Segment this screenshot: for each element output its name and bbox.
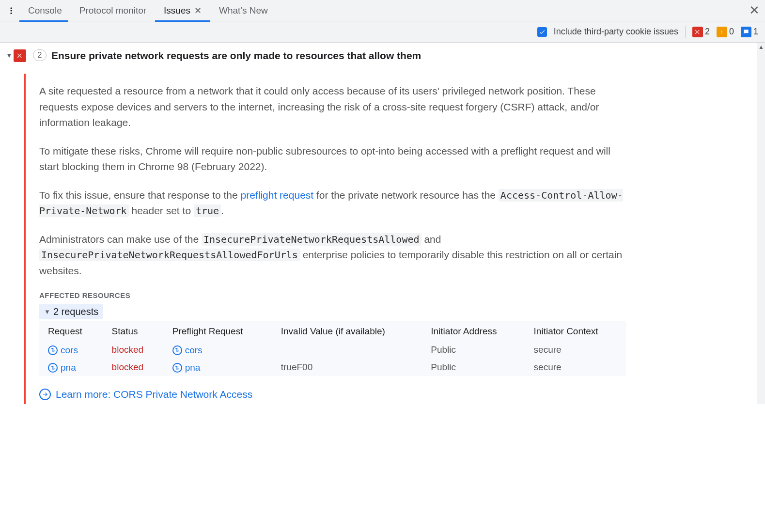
error-count[interactable]: 2 [692,27,710,37]
warning-count-value: 0 [729,27,734,37]
table-row: ⇅cors blocked ⇅cors Public secure [39,341,626,359]
text: and [424,234,441,245]
col-initiator-addr: Initiator Address [422,321,525,341]
issue-body: A site requested a resource from a netwo… [24,74,635,404]
external-link-icon [39,389,51,400]
initiator-address: Public [422,341,525,359]
tab-label: Protocol monitor [79,5,146,16]
tab-console[interactable]: Console [19,0,71,21]
issue-paragraph: Administrators can make use of the Insec… [39,232,626,279]
requests-toggle[interactable]: ▼ 2 requests [39,304,103,319]
warning-icon [717,27,727,37]
severity-icon [14,49,26,62]
more-tabs-button[interactable] [3,0,19,21]
tab-label: Console [28,5,62,16]
issues-toolbar: Include third-party cookie issues 2 0 1 [0,21,765,43]
request-link[interactable]: ⇅pna [48,362,76,373]
check-icon [539,29,546,35]
table-header-row: Request Status Preflight Request Invalid… [39,321,626,341]
collapse-toggle[interactable]: ▼ [5,49,14,62]
preflight-name: pna [185,362,201,373]
issue-paragraph: To fix this issue, ensure that response … [39,188,626,219]
scroll-up-icon[interactable]: ▲ [757,43,765,51]
toolbar-divider [685,26,686,38]
info-count[interactable]: 1 [741,27,758,37]
requests-toggle-label: 2 requests [53,306,98,317]
request-icon: ⇅ [48,345,58,355]
issue-count-pill: 2 [33,49,47,62]
info-icon [741,27,751,37]
chevron-down-icon: ▼ [44,308,50,315]
status-value: blocked [112,344,144,355]
text: header set to [131,205,193,216]
col-invalid-value: Invalid Value (if available) [272,321,422,341]
learn-more-link[interactable]: Learn more: CORS Private Network Access [56,389,252,400]
invalid-value: trueF00 [272,359,422,376]
tab-protocol-monitor[interactable]: Protocol monitor [71,0,155,21]
error-icon [692,27,703,37]
tab-label: Issues [164,5,190,16]
issues-pane: ▲ ▼ 2 Ensure private network requests ar… [0,43,765,404]
col-preflight: Preflight Request [164,321,272,341]
svg-point-1 [11,10,12,11]
initiator-address: Public [422,359,525,376]
initiator-context: secure [525,359,626,376]
preflight-name: cors [185,345,203,356]
issue-paragraph: To mitigate these risks, Chrome will req… [39,143,626,175]
error-icon [14,49,26,62]
preflight-link[interactable]: ⇅cors [172,345,203,356]
active-tab-underline [155,20,210,22]
preflight-link[interactable]: ⇅pna [172,362,201,373]
request-name: pna [61,362,76,373]
issue-paragraph: A site requested a resource from a netwo… [39,83,626,131]
text: for the private network resource has the [316,189,499,201]
kebab-icon [7,6,16,15]
tabs: Console Protocol monitor Issues ✕ What's… [19,0,277,21]
text: . [221,205,224,216]
scrollbar[interactable]: ▲ [757,43,765,404]
preflight-request-link[interactable]: preflight request [241,189,314,201]
col-initiator-ctx: Initiator Context [525,321,626,341]
request-icon: ⇅ [172,345,182,355]
tab-label: What's New [219,5,268,16]
initiator-context: secure [525,341,626,359]
close-icon: ✕ [749,3,760,18]
code-header-value: true [194,204,221,217]
svg-point-0 [11,7,12,9]
info-count-value: 1 [753,27,758,37]
code-policy: InsecurePrivateNetworkRequestsAllowedFor… [39,249,300,261]
text: To fix this issue, ensure that response … [39,189,241,201]
affected-resources-label: AFFECTED RESOURCES [39,291,626,299]
invalid-value [272,341,422,359]
svg-point-2 [11,12,12,14]
third-party-cookie-checkbox[interactable] [537,27,547,37]
text: Administrators can make use of the [39,234,202,245]
request-name: cors [61,345,78,356]
table-row: ⇅pna blocked ⇅pna trueF00 Public secure [39,359,626,376]
tab-whats-new[interactable]: What's New [210,0,277,21]
tab-issues[interactable]: Issues ✕ [155,0,210,21]
request-icon: ⇅ [172,363,182,373]
col-request: Request [39,321,103,341]
devtools-tabbar: Console Protocol monitor Issues ✕ What's… [0,0,765,21]
request-link[interactable]: ⇅cors [48,345,78,356]
close-drawer-button[interactable]: ✕ [744,0,765,21]
affected-requests-table: Request Status Preflight Request Invalid… [39,321,626,376]
third-party-cookie-label: Include third-party cookie issues [554,27,678,37]
request-icon: ⇅ [48,363,58,373]
issue-count-value: 2 [33,49,47,61]
issue-row: ▼ 2 Ensure private network requests are … [0,43,765,74]
warning-count[interactable]: 0 [717,27,734,37]
error-count-value: 2 [705,27,710,37]
code-policy: InsecurePrivateNetworkRequestsAllowed [202,233,422,246]
status-value: blocked [112,362,144,372]
issue-title[interactable]: Ensure private network requests are only… [51,49,421,62]
learn-more-row: Learn more: CORS Private Network Access [39,389,252,400]
col-status: Status [103,321,164,341]
close-icon[interactable]: ✕ [194,6,202,15]
